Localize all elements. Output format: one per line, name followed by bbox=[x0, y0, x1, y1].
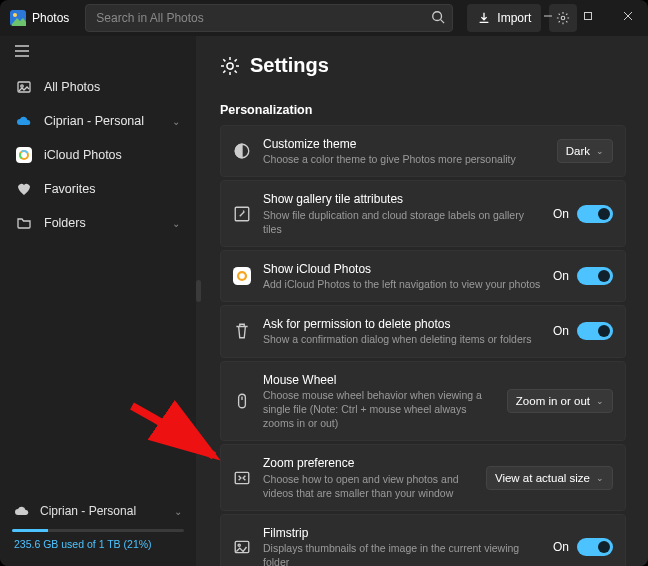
setting-title: Show gallery tile attributes bbox=[263, 191, 541, 207]
theme-dropdown[interactable]: Dark⌄ bbox=[557, 139, 613, 163]
svg-rect-23 bbox=[239, 394, 246, 408]
sidebar-item-onedrive-personal[interactable]: Ciprian - Personal ⌄ bbox=[6, 104, 190, 138]
app-title: Photos bbox=[32, 11, 69, 25]
hamburger-button[interactable] bbox=[0, 36, 196, 66]
section-personalization: Personalization bbox=[220, 103, 626, 117]
setting-sub: Add iCloud Photos to the left navigation… bbox=[263, 277, 541, 291]
icloud-icon bbox=[16, 147, 32, 163]
setting-sub: Choose mouse wheel behavior when viewing… bbox=[263, 388, 495, 431]
cloud-icon bbox=[14, 503, 30, 519]
setting-title: Ask for permission to delete photos bbox=[263, 316, 541, 332]
chevron-down-icon: ⌄ bbox=[172, 116, 180, 127]
setting-gallery-attributes[interactable]: Show gallery tile attributes Show file d… bbox=[220, 180, 626, 247]
svg-point-2 bbox=[433, 12, 442, 21]
icloud-toggle[interactable] bbox=[577, 267, 613, 285]
app-icon bbox=[10, 10, 26, 26]
setting-sub: Choose a color theme to give Photos more… bbox=[263, 152, 545, 166]
gear-icon bbox=[220, 56, 240, 76]
svg-rect-14 bbox=[16, 147, 32, 163]
sidebar-item-label: Favorites bbox=[44, 182, 180, 196]
sidebar-item-all-photos[interactable]: All Photos bbox=[6, 70, 190, 104]
setting-title: Customize theme bbox=[263, 136, 545, 152]
toggle-state: On bbox=[553, 207, 569, 221]
svg-rect-6 bbox=[585, 13, 592, 20]
import-label: Import bbox=[497, 11, 531, 25]
setting-sub: Show file duplication and cloud storage … bbox=[263, 208, 541, 236]
delete-toggle[interactable] bbox=[577, 322, 613, 340]
trash-icon bbox=[233, 322, 251, 340]
chevron-down-icon: ⌄ bbox=[174, 506, 182, 517]
split-handle[interactable] bbox=[196, 280, 201, 302]
storage-usage-link[interactable]: 235.6 GB used of 1 TB (21%) bbox=[8, 536, 188, 552]
setting-mouse-wheel[interactable]: Mouse Wheel Choose mouse wheel behavior … bbox=[220, 361, 626, 442]
theme-icon bbox=[233, 142, 251, 160]
chevron-down-icon: ⌄ bbox=[172, 218, 180, 229]
sidebar-item-label: iCloud Photos bbox=[44, 148, 180, 162]
sidebar-item-label: Ciprian - Personal bbox=[44, 114, 160, 128]
zoom-dropdown[interactable]: View at actual size⌄ bbox=[486, 466, 613, 490]
setting-sub: Show a confirmation dialog when deleting… bbox=[263, 332, 541, 346]
sidebar-item-favorites[interactable]: Favorites bbox=[6, 172, 190, 206]
svg-point-1 bbox=[13, 13, 17, 17]
setting-filmstrip[interactable]: Filmstrip Displays thumbnails of the ima… bbox=[220, 514, 626, 566]
toggle-state: On bbox=[553, 269, 569, 283]
toggle-state: On bbox=[553, 540, 569, 554]
gallery-toggle[interactable] bbox=[577, 205, 613, 223]
svg-point-13 bbox=[21, 85, 23, 87]
sidebar-item-folders[interactable]: Folders ⌄ bbox=[6, 206, 190, 240]
maximize-button[interactable] bbox=[568, 0, 608, 32]
filmstrip-icon bbox=[233, 538, 251, 556]
sidebar-item-icloud[interactable]: iCloud Photos bbox=[6, 138, 190, 172]
svg-point-27 bbox=[238, 544, 240, 546]
folder-icon bbox=[16, 215, 32, 231]
setting-title: Show iCloud Photos bbox=[263, 261, 541, 277]
sidebar-item-label: All Photos bbox=[44, 80, 180, 94]
svg-rect-21 bbox=[233, 267, 251, 285]
storage-account[interactable]: Ciprian - Personal ⌄ bbox=[8, 499, 188, 523]
photos-icon bbox=[16, 79, 32, 95]
setting-theme[interactable]: Customize theme Choose a color theme to … bbox=[220, 125, 626, 177]
svg-rect-25 bbox=[235, 472, 249, 483]
search-input[interactable] bbox=[85, 4, 453, 32]
setting-title: Filmstrip bbox=[263, 525, 541, 541]
storage-account-label: Ciprian - Personal bbox=[40, 504, 164, 518]
setting-sub: Choose how to open and view photos and v… bbox=[263, 472, 474, 500]
setting-sub: Displays thumbnails of the image in the … bbox=[263, 541, 541, 566]
zoom-icon bbox=[233, 469, 251, 487]
setting-delete-permission[interactable]: Ask for permission to delete photos Show… bbox=[220, 305, 626, 357]
mouse-dropdown[interactable]: Zoom in or out⌄ bbox=[507, 389, 613, 413]
storage-progress bbox=[12, 529, 184, 532]
cloud-icon bbox=[16, 113, 32, 129]
svg-line-3 bbox=[441, 20, 445, 24]
setting-title: Zoom preference bbox=[263, 455, 474, 471]
icloud-icon bbox=[233, 267, 251, 285]
setting-icloud[interactable]: Show iCloud Photos Add iCloud Photos to … bbox=[220, 250, 626, 302]
toggle-state: On bbox=[553, 324, 569, 338]
close-button[interactable] bbox=[608, 0, 648, 32]
mouse-icon bbox=[233, 392, 251, 410]
minimize-button[interactable] bbox=[528, 0, 568, 32]
filmstrip-toggle[interactable] bbox=[577, 538, 613, 556]
heart-icon bbox=[16, 181, 32, 197]
sidebar-item-label: Folders bbox=[44, 216, 160, 230]
edit-icon bbox=[233, 205, 251, 223]
svg-point-18 bbox=[227, 62, 233, 68]
page-title: Settings bbox=[250, 54, 329, 77]
setting-title: Mouse Wheel bbox=[263, 372, 495, 388]
search-icon[interactable] bbox=[431, 10, 445, 24]
setting-zoom-preference[interactable]: Zoom preference Choose how to open and v… bbox=[220, 444, 626, 511]
